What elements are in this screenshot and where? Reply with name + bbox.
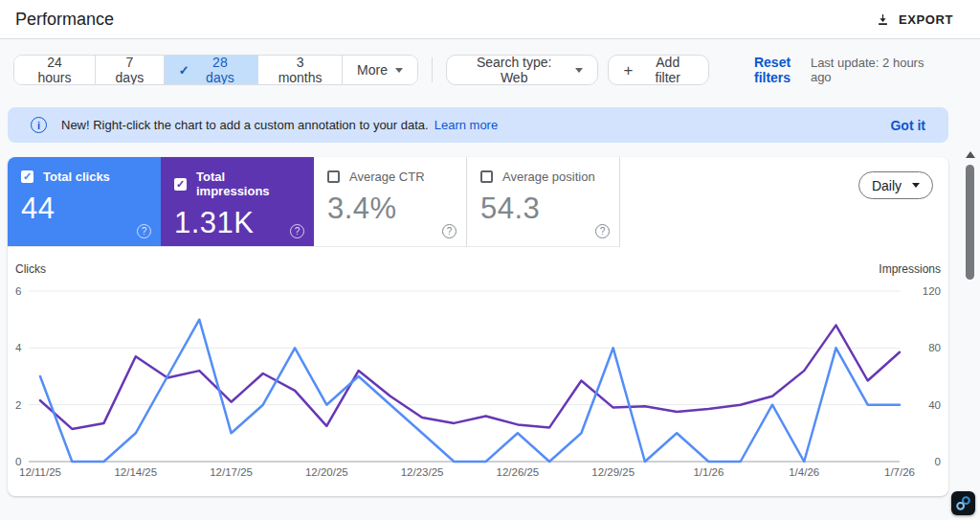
granularity-dropdown[interactable]: Daily bbox=[858, 171, 933, 199]
svg-text:120: 120 bbox=[923, 285, 941, 297]
scroll-up-button[interactable] bbox=[966, 151, 975, 158]
chevron-down-icon bbox=[395, 68, 403, 73]
tab-label: 24 hours bbox=[29, 55, 80, 85]
metric-value: 54.3 bbox=[480, 192, 606, 226]
link-icon bbox=[955, 495, 971, 511]
divider bbox=[432, 57, 433, 82]
metric-head: ✓ Total clicks bbox=[21, 170, 147, 184]
svg-text:Clicks: Clicks bbox=[15, 262, 46, 276]
performance-page: { "header": { "title": "Performance", "e… bbox=[0, 0, 980, 520]
svg-text:Impressions: Impressions bbox=[879, 262, 941, 276]
metric-card-average-ctr[interactable]: Average CTR 3.4% ? bbox=[314, 157, 467, 247]
metric-label: Average CTR bbox=[349, 170, 425, 184]
tab-label: 28 days bbox=[197, 55, 243, 85]
scrollbar[interactable] bbox=[964, 149, 977, 520]
metric-head: Average CTR bbox=[327, 170, 453, 184]
average-position-checkbox[interactable] bbox=[480, 170, 493, 183]
performance-card: ✓ Total clicks 44 ? ✓ Total impressions … bbox=[8, 157, 948, 496]
svg-text:80: 80 bbox=[928, 342, 941, 353]
svg-text:4: 4 bbox=[15, 342, 22, 353]
svg-text:12/26/25: 12/26/25 bbox=[497, 466, 540, 478]
link-badge[interactable] bbox=[951, 491, 975, 515]
metric-value: 44 bbox=[21, 192, 147, 226]
chevron-down-icon bbox=[912, 183, 920, 188]
got-it-button[interactable]: Got it bbox=[890, 118, 925, 133]
svg-text:1/7/26: 1/7/26 bbox=[884, 466, 915, 478]
export-button[interactable]: EXPORT bbox=[876, 12, 953, 27]
filter-bar: 24 hours 7 days ✓ 28 days 3 months More … bbox=[0, 39, 980, 101]
total-clicks-checkbox[interactable]: ✓ bbox=[21, 170, 33, 183]
svg-text:6: 6 bbox=[15, 285, 21, 297]
granularity-label: Daily bbox=[872, 178, 902, 193]
help-icon[interactable]: ? bbox=[595, 224, 610, 238]
svg-text:40: 40 bbox=[928, 399, 941, 411]
metric-value: 1.31K bbox=[174, 206, 301, 240]
metric-head: ✓ Total impressions bbox=[174, 170, 301, 198]
scroll-thumb[interactable] bbox=[966, 165, 974, 280]
date-range-tabs: 24 hours 7 days ✓ 28 days 3 months More bbox=[13, 55, 418, 85]
tab-label: 7 days bbox=[110, 55, 149, 85]
svg-text:1/1/26: 1/1/26 bbox=[693, 466, 724, 478]
tab-label: More bbox=[357, 62, 388, 78]
metric-card-total-clicks[interactable]: ✓ Total clicks 44 ? bbox=[8, 157, 161, 247]
page-title: Performance bbox=[15, 10, 114, 30]
tab-more[interactable]: More bbox=[343, 56, 417, 84]
metric-label: Average position bbox=[502, 170, 595, 184]
metric-label: Total impressions bbox=[196, 170, 301, 198]
svg-text:2: 2 bbox=[15, 399, 21, 411]
svg-text:12/11/25: 12/11/25 bbox=[19, 466, 61, 478]
chevron-down-icon bbox=[575, 68, 583, 73]
svg-text:12/29/25: 12/29/25 bbox=[591, 466, 635, 478]
search-type-label: Search type: Web bbox=[461, 55, 567, 85]
average-ctr-checkbox[interactable] bbox=[327, 170, 340, 183]
help-icon[interactable]: ? bbox=[137, 224, 151, 238]
tab-28-days[interactable]: ✓ 28 days bbox=[165, 56, 258, 84]
metric-label: Total clicks bbox=[43, 170, 110, 184]
svg-text:12/14/25: 12/14/25 bbox=[114, 466, 157, 478]
svg-text:0: 0 bbox=[935, 456, 941, 467]
check-icon: ✓ bbox=[179, 63, 189, 78]
svg-text:12/23/25: 12/23/25 bbox=[401, 466, 444, 478]
header: Performance EXPORT bbox=[0, 0, 980, 39]
add-filter-label: Add filter bbox=[641, 55, 694, 85]
tab-24-hours[interactable]: 24 hours bbox=[14, 56, 96, 84]
info-icon: i bbox=[31, 117, 47, 133]
svg-text:12/17/25: 12/17/25 bbox=[210, 466, 253, 478]
last-update-text: Last update: 2 hours ago bbox=[811, 56, 947, 84]
help-icon[interactable]: ? bbox=[290, 224, 304, 238]
metric-head: Average position bbox=[480, 170, 606, 184]
total-impressions-checkbox[interactable]: ✓ bbox=[174, 178, 187, 191]
tab-label: 3 months bbox=[273, 55, 327, 85]
annotation-banner: i New! Right-click the chart to add a cu… bbox=[8, 107, 948, 143]
metric-card-average-position[interactable]: Average position 54.3 ? bbox=[467, 157, 620, 247]
banner-message: New! Right-click the chart to add a cust… bbox=[61, 118, 429, 132]
plus-icon: + bbox=[623, 62, 633, 79]
tab-7-days[interactable]: 7 days bbox=[96, 56, 165, 84]
tab-3-months[interactable]: 3 months bbox=[258, 56, 343, 84]
add-filter-button[interactable]: + Add filter bbox=[608, 55, 709, 85]
svg-text:12/20/25: 12/20/25 bbox=[305, 466, 348, 478]
metric-value: 3.4% bbox=[327, 192, 453, 226]
metrics-row: ✓ Total clicks 44 ? ✓ Total impressions … bbox=[8, 157, 948, 247]
help-icon[interactable]: ? bbox=[442, 224, 457, 238]
learn-more-link[interactable]: Learn more bbox=[434, 118, 498, 132]
metric-card-total-impressions[interactable]: ✓ Total impressions 1.31K ? bbox=[161, 157, 314, 247]
export-label: EXPORT bbox=[899, 12, 953, 27]
reset-filters-link[interactable]: Reset filters bbox=[734, 55, 811, 85]
performance-chart[interactable]: 002404806120ClicksImpressions12/11/2512/… bbox=[8, 260, 948, 485]
download-icon bbox=[876, 12, 890, 27]
search-type-filter[interactable]: Search type: Web bbox=[446, 55, 598, 85]
svg-text:1/4/26: 1/4/26 bbox=[789, 466, 819, 478]
